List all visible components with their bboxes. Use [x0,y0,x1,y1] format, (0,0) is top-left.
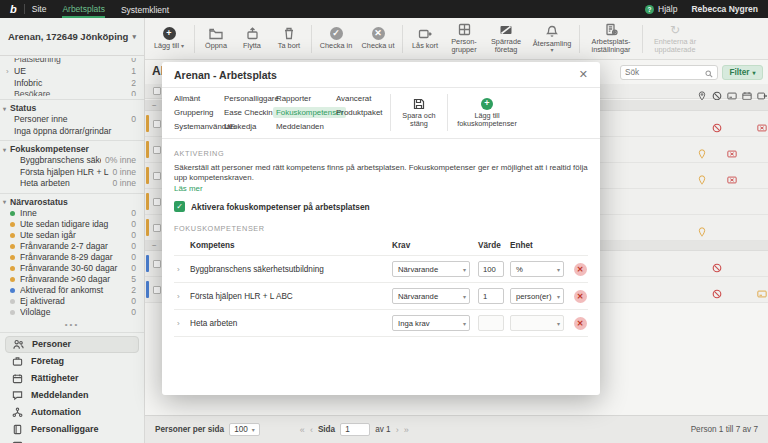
status-item[interactable]: Personer inne 0 [0,114,144,126]
read-more-link[interactable]: Läs mer [174,184,203,193]
check-out-button[interactable]: ✕ Checka ut [357,25,399,52]
tab-gruppering[interactable]: Gruppering [174,108,213,117]
tab-personalliggare[interactable]: Personalliggare [224,94,279,103]
chevron-right-icon[interactable]: › [174,265,190,274]
delete-button[interactable]: Ta bort [270,25,308,52]
krav-select[interactable]: Närvarande▾ [392,261,470,277]
sidebar-item-personalliggare[interactable]: Personalliggare [5,421,139,438]
close-icon[interactable]: ✕ [579,68,588,81]
narvaro-item[interactable]: Ute sedan tidigare idag0 [0,219,144,230]
user-menu[interactable]: Rebecca Nygren [691,4,758,14]
tab-ue-kedja[interactable]: UE-kedja [224,122,256,131]
more-ellipsis[interactable]: ••• [0,318,144,330]
search-input[interactable] [625,68,705,77]
sidebar-item-personer[interactable]: Personer [5,336,139,353]
row-checkbox[interactable] [153,224,161,232]
company-row[interactable]: Platsledning 0 [0,58,144,66]
narvaro-item[interactable]: Aktiverad för ankomst2 [0,285,144,296]
tab-rapporter[interactable]: Rapporter [276,94,311,103]
save-close-button[interactable]: Spara och stäng [395,98,443,128]
add-fokuskompetens-button[interactable]: + Lägg till fokuskompetenser [452,98,522,128]
row-checkbox[interactable] [153,146,161,154]
section-status-header[interactable]: ▾ Status [0,102,144,114]
section-narvaro-header[interactable]: ▾ Närvarostatus [0,196,144,208]
tab-produktpaket[interactable]: Produktpaket [336,108,383,117]
narvaro-item[interactable]: Ute sedan igår0 [0,230,144,241]
last-page-button[interactable]: » [404,425,409,435]
company-row-ue[interactable]: › UE 1 [0,66,144,78]
workplace-selector[interactable]: Arenan, 172649 Jönköping ▾ [0,18,144,56]
calendar-icon[interactable] [742,87,752,97]
sidebar-item-foretag[interactable]: Företag [5,353,139,370]
row-checkbox[interactable] [153,286,161,294]
check-in-button[interactable]: ✓ Checka in [315,25,357,52]
open-button[interactable]: Öppna [198,25,234,52]
prev-page-button[interactable]: ‹ [310,425,313,435]
first-page-button[interactable]: « [300,425,305,435]
enhet-select[interactable]: %▾ [510,261,564,277]
add-button[interactable]: + Lägg till▾ [147,25,191,53]
tab-allmant[interactable]: Allmänt [174,94,200,103]
plus-circle-icon: + [163,27,176,40]
status-item[interactable]: Inga öppna dörrar/grindar [0,126,144,138]
row-checkbox[interactable] [153,172,161,180]
delete-row-icon[interactable]: ✕ [574,263,587,276]
activation-checkbox-label[interactable]: Aktivera fokuskompetenser på arbetsplats… [191,202,370,212]
chevron-right-icon[interactable]: › [174,292,190,301]
move-button[interactable]: Flytta [234,25,270,52]
card-icon[interactable] [727,87,737,97]
varde-input[interactable] [478,315,504,331]
person-groups-button[interactable]: Person-grupper [444,21,484,56]
card-export-icon[interactable] [757,87,767,97]
sidebar-item-rapporter[interactable]: Rapporter [5,438,139,443]
muster-button[interactable]: Återsamling▾ [528,23,576,54]
search-box[interactable] [620,65,718,80]
row-checkbox[interactable] [153,120,161,128]
narvaro-item[interactable]: Viloläge0 [0,307,144,318]
section-fokus-header[interactable]: ▾ Fokuskompetenser [0,143,144,155]
narvaro-item[interactable]: Frånvarande >60 dagar5 [0,274,144,285]
delete-row-icon[interactable]: ✕ [574,290,587,303]
row-checkbox[interactable] [153,198,161,206]
fokus-item[interactable]: Byggbranschens säkerhets... 0% inne [0,155,144,167]
narvaro-item[interactable]: Frånvarande 8-29 dagar0 [0,252,144,263]
row-checkbox[interactable] [153,260,161,268]
krav-select[interactable]: Inga krav▾ [392,315,470,331]
narvaro-item[interactable]: Frånvarande 30-60 dagar0 [0,263,144,274]
per-page-select[interactable]: 100 ▾ [229,423,260,436]
tab-meddelanden[interactable]: Meddelanden [276,122,324,131]
blocked-companies-button[interactable]: Spärrade företag [484,21,528,56]
narvaro-item[interactable]: Inne0 [0,208,144,219]
page-number-input[interactable]: 1 [340,423,370,436]
delete-row-icon[interactable]: ✕ [574,317,587,330]
sidebar-item-rattigheter[interactable]: Rättigheter [5,370,139,387]
enhet-select[interactable]: person(er)▾ [510,288,564,304]
enhet-select[interactable]: ▾ [510,315,564,331]
chevron-right-icon[interactable]: › [174,319,190,328]
fokus-item[interactable]: Första hjälpen HLR + L ABC 0 inne [0,167,144,179]
varde-input[interactable]: 1 [478,288,504,304]
help-button[interactable]: ? Hjälp [645,4,677,14]
sidebar-item-automation[interactable]: Automation [5,404,139,421]
narvaro-item[interactable]: Ej aktiverad0 [0,296,144,307]
select-all-checkbox[interactable] [153,87,161,95]
map-pin-icon[interactable] [697,87,707,97]
workplace-settings-button[interactable]: Arbetsplats-inställningar [583,21,639,56]
fokus-item[interactable]: Heta arbeten 0 inne [0,178,144,190]
narvaro-item[interactable]: Frånvarande 2-7 dagar0 [0,241,144,252]
sidebar-item-meddelanden[interactable]: Meddelanden [5,387,139,404]
automation-icon [12,407,23,418]
next-page-button[interactable]: › [396,425,399,435]
filter-button[interactable]: Filter ▾ [722,65,763,80]
top-tab-systemklient[interactable]: Systemklient [121,2,169,17]
krav-select[interactable]: Närvarande▾ [392,288,470,304]
no-entry-icon[interactable] [712,87,722,97]
top-tab-arbetsplats[interactable]: Arbetsplats [62,1,105,18]
varde-input[interactable]: 100 [478,261,504,277]
lock-card-button[interactable]: Lås kort [406,25,444,52]
tab-avancerat[interactable]: Avancerat [336,94,371,103]
tab-ease-checkin[interactable]: Ease Checkin [224,108,273,117]
checkbox-checked-icon[interactable]: ✓ [174,201,185,212]
company-row[interactable]: Besökare 0 [0,89,144,96]
company-row-infobric[interactable]: Infobric 2 [0,78,144,90]
